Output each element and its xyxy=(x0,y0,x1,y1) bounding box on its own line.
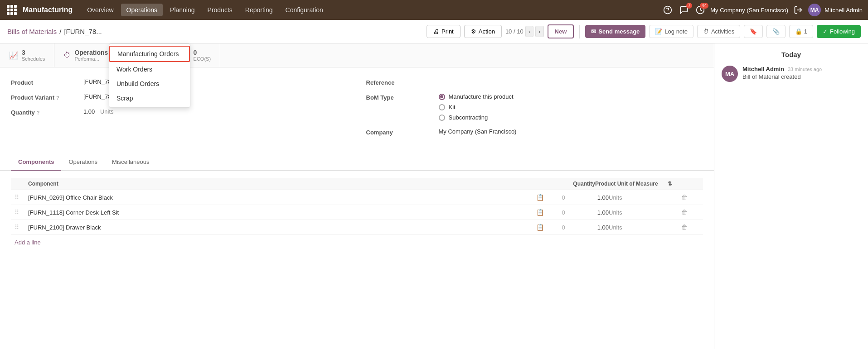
breadcrumb-current: [FURN_78... xyxy=(64,28,102,35)
row1-component[interactable]: [FURN_0269] Office Chair Black xyxy=(28,194,536,201)
table-header: Component Quantity Product Unit of Measu… xyxy=(11,178,703,190)
chatter-today-label: Today xyxy=(722,51,861,58)
log-note-button[interactable]: 📝 Log note xyxy=(649,25,693,38)
schedules-label: Schedules xyxy=(22,56,45,62)
bom-type-label: BoM Type xyxy=(366,93,439,101)
new-button[interactable]: New xyxy=(548,24,574,38)
app-grid-button[interactable] xyxy=(5,4,18,16)
row1-delete[interactable]: 🗑 xyxy=(681,194,699,201)
bom-option-kit[interactable]: Kit xyxy=(439,104,703,110)
chatter-author: Mitchell Admin xyxy=(742,66,784,72)
row3-copy-icon[interactable]: 📋 xyxy=(536,224,554,231)
top-nav-right: 7 44 My Company (San Francisco) MA Mitch… xyxy=(661,4,863,16)
row3-delete[interactable]: 🗑 xyxy=(681,224,699,231)
row3-uom: Units xyxy=(609,224,681,231)
row1-copy-icon[interactable]: 📋 xyxy=(536,194,554,201)
row1-num: 0 xyxy=(554,194,572,201)
user-avatar[interactable]: MA xyxy=(808,4,821,16)
chat-icon[interactable]: 7 xyxy=(678,4,690,16)
activity-icon[interactable]: 44 xyxy=(694,4,707,16)
bom-option-manufacture-label: Manufacture this product xyxy=(449,93,514,100)
send-message-button[interactable]: ✉ Send message xyxy=(585,25,645,38)
dropdown-work-orders[interactable]: Work Orders xyxy=(109,62,190,76)
bom-option-subcontracting[interactable]: Subcontracting xyxy=(439,114,703,121)
row2-copy-icon[interactable]: 📋 xyxy=(536,209,554,216)
send-icon: ✉ xyxy=(591,28,596,35)
bom-option-manufacture[interactable]: Manufacture this product xyxy=(439,93,703,100)
chatter-time: 33 minutes ago xyxy=(788,67,822,72)
breadcrumb: Bills of Materials / [FURN_78... xyxy=(7,28,102,35)
quantity-value[interactable]: 1.00 xyxy=(83,108,95,115)
bom-type-options: Manufacture this product Kit Subcontract… xyxy=(439,93,703,121)
add-line-button[interactable]: Add a line xyxy=(15,239,41,246)
timer-icon: ⏱ xyxy=(63,51,71,59)
bom-option-subcontracting-label: Subcontracting xyxy=(449,114,488,121)
company-value[interactable]: My Company (San Francisco) xyxy=(439,128,703,135)
print-button[interactable]: 🖨 Print xyxy=(427,25,461,38)
action-bar: Bills of Materials / [FURN_78... 🖨 Print… xyxy=(0,20,868,43)
drag-handle[interactable]: ⠿ xyxy=(15,194,28,201)
nav-configuration[interactable]: Configuration xyxy=(280,4,329,16)
operations-perf-button[interactable]: ⏱ Operations Performa... xyxy=(54,43,117,67)
schedules-button[interactable]: 📈 3 Schedules xyxy=(0,43,54,67)
grid-icon xyxy=(7,5,17,15)
nav-planning[interactable]: Planning xyxy=(165,4,200,16)
content-area: 📈 3 Schedules ⏱ Operations Performa... ☰… xyxy=(0,43,714,349)
components-table: Component Quantity Product Unit of Measu… xyxy=(0,171,714,257)
tab-operations[interactable]: Operations xyxy=(61,154,105,171)
support-icon[interactable] xyxy=(661,4,674,16)
gear-icon: ⚙ xyxy=(471,28,476,35)
filter-icon[interactable]: ⇅ xyxy=(668,181,681,187)
action-bar-right: 🖨 Print ⚙ Action 10 / 10 ‹ › New ✉ Send … xyxy=(427,24,861,38)
chart-icon: 📈 xyxy=(9,51,18,60)
nav-overview[interactable]: Overview xyxy=(82,4,119,16)
activities-button[interactable]: ⏱ Activities xyxy=(697,25,740,38)
bookmark-button[interactable]: 🔖 xyxy=(744,25,763,38)
chatter-message: MA Mitchell Admin 33 minutes ago Bill of… xyxy=(722,66,861,82)
col-qty-header: Quantity xyxy=(559,181,595,187)
next-arrow[interactable]: › xyxy=(535,26,543,37)
product-label: Product xyxy=(11,78,83,86)
drag-handle[interactable]: ⠿ xyxy=(15,224,28,231)
row2-delete[interactable]: 🗑 xyxy=(681,209,699,216)
row1-uom: Units xyxy=(609,194,681,201)
row1-qty[interactable]: 1.00 xyxy=(572,194,609,201)
radio-kit xyxy=(439,104,445,110)
chatter-body: Bill of Material created xyxy=(742,73,861,80)
dropdown-unbuild-orders[interactable]: Unbuild Orders xyxy=(109,76,190,91)
paperclip-button[interactable]: 📎 xyxy=(766,25,786,38)
tab-components[interactable]: Components xyxy=(11,154,61,171)
variant-help: ? xyxy=(56,95,59,100)
radio-subcontracting xyxy=(439,115,445,121)
printer-icon: 🖨 xyxy=(433,28,439,35)
form-col-right: Reference BoM Type Manufacture this prod… xyxy=(366,78,703,143)
clock-icon: ⏱ xyxy=(703,28,709,35)
drag-handle[interactable]: ⠿ xyxy=(15,209,28,216)
prev-arrow[interactable]: ‹ xyxy=(525,26,533,37)
chatter: Today MA Mitchell Admin 33 minutes ago B… xyxy=(714,43,868,349)
action-button[interactable]: ⚙ Action xyxy=(464,25,502,38)
chat-badge: 7 xyxy=(686,3,693,9)
tab-miscellaneous[interactable]: Miscellaneous xyxy=(105,154,156,171)
nav-products[interactable]: Products xyxy=(202,4,238,16)
company-row: Company My Company (San Francisco) xyxy=(366,128,703,136)
breadcrumb-parent[interactable]: Bills of Materials xyxy=(7,28,57,35)
activity-badge: 44 xyxy=(700,3,708,9)
row2-component[interactable]: [FURN_1118] Corner Desk Left Sit xyxy=(28,209,536,216)
dropdown-scrap[interactable]: Scrap xyxy=(109,91,190,105)
form-area: Product [FURN_7800] Desk Combination Pro… xyxy=(0,67,714,154)
nav-reporting[interactable]: Reporting xyxy=(240,4,278,16)
dropdown-manufacturing-orders[interactable]: Manufacturing Orders xyxy=(109,46,190,62)
lock-button[interactable]: 🔒 1 xyxy=(789,25,813,38)
nav-operations[interactable]: Operations xyxy=(121,4,163,16)
following-button[interactable]: ✓ Following xyxy=(817,25,861,38)
disconnect-icon[interactable] xyxy=(792,4,805,16)
row2-qty[interactable]: 1.00 xyxy=(572,209,609,216)
row3-qty[interactable]: 1.00 xyxy=(572,224,609,231)
row3-component[interactable]: [FURN_2100] Drawer Black xyxy=(28,224,536,231)
table-row: ⠿ [FURN_1118] Corner Desk Left Sit 📋 0 1… xyxy=(11,205,703,220)
app-name: Manufacturing xyxy=(23,6,73,14)
operations-dropdown: Manufacturing Orders Work Orders Unbuild… xyxy=(109,43,190,108)
quantity-unit: Units xyxy=(100,108,114,115)
ops-perf-sub: Performa... xyxy=(74,56,108,62)
